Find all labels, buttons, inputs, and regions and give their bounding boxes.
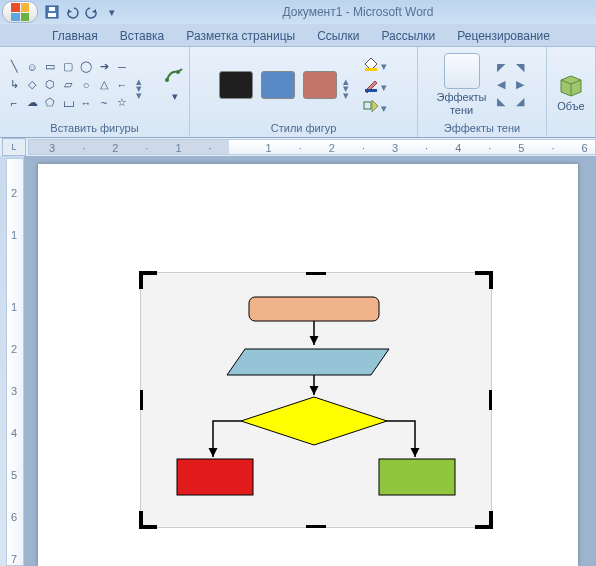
shape-rect-icon[interactable]: ▭ — [42, 59, 58, 75]
group-3d-effects: Объе — [547, 47, 596, 137]
nudge-down-right-icon[interactable]: ◢ — [516, 95, 532, 109]
bucket-icon — [363, 56, 379, 72]
shadow-effects-label: Эффекты тени — [437, 91, 487, 115]
shapes-gallery[interactable]: ╲ ☺ ▭ ▢ ◯ ➔ ─ ↳ ◇ ⬡ ▱ ○ △ ← ⌐ ☁ ⬠ ⌴ ↔ ~ — [6, 59, 130, 111]
shape-circle2-icon[interactable]: ○ — [78, 77, 94, 93]
ribbon: ╲ ☺ ▭ ▢ ◯ ➔ ─ ↳ ◇ ⬡ ▱ ○ △ ← ⌐ ☁ ⬠ ⌴ ↔ ~ — [0, 46, 596, 138]
flowchart-decision[interactable] — [241, 397, 387, 445]
edit-shape-button[interactable]: ▾ — [160, 64, 190, 105]
nudge-up-right-icon[interactable]: ◥ — [516, 61, 532, 75]
svg-rect-6 — [365, 89, 377, 92]
flowchart-diagram[interactable] — [141, 273, 493, 529]
window-title: Документ1 - Microsoft Word — [120, 5, 596, 19]
3d-effects-button[interactable]: Объе — [553, 68, 589, 114]
group-insert-shapes: ╲ ☺ ▭ ▢ ◯ ➔ ─ ↳ ◇ ⬡ ▱ ○ △ ← ⌐ ☁ ⬠ ⌴ ↔ ~ — [0, 47, 190, 137]
tab-insert[interactable]: Вставка — [112, 25, 173, 46]
shape-line2-icon[interactable]: ─ — [114, 59, 130, 75]
nudge-up-left-icon[interactable]: ◤ — [497, 61, 513, 75]
vertical-ruler[interactable]: 2112345678 — [6, 158, 24, 566]
quick-access-toolbar: ▾ — [44, 4, 120, 20]
workspace: 2112345678 — [0, 156, 596, 566]
svg-rect-2 — [49, 7, 55, 11]
svg-point-3 — [165, 78, 169, 82]
shadow-nudge: ◤ ◥ ◀ ▶ ◣ ◢ — [497, 61, 532, 109]
shape-smiley-icon[interactable]: ☺ — [24, 59, 40, 75]
group-label-styles: Стили фигур — [196, 120, 411, 137]
cube-icon — [557, 70, 585, 98]
group-label-shapes: Вставить фигуры — [6, 120, 183, 137]
change-shape-button[interactable]: ▾ — [363, 97, 389, 115]
group-shadow-effects: Эффекты тени ◤ ◥ ◀ ▶ ◣ ◢ Эффекты тени — [418, 47, 547, 137]
shape-line-icon[interactable]: ╲ — [6, 59, 22, 75]
shape-arr2-icon[interactable]: ← — [114, 77, 130, 93]
tab-review[interactable]: Рецензирование — [449, 25, 558, 46]
svg-rect-5 — [365, 68, 377, 71]
pen-icon — [363, 77, 379, 93]
undo-icon[interactable] — [64, 4, 80, 20]
tab-mailings[interactable]: Рассылки — [373, 25, 443, 46]
nudge-left-icon[interactable]: ◀ — [497, 78, 513, 92]
chevron-down-icon: ▾ — [172, 90, 178, 103]
edit-shape-icon — [164, 66, 186, 88]
drawing-canvas[interactable] — [140, 272, 492, 528]
shape-connector-icon[interactable]: ↳ — [6, 77, 22, 93]
horizontal-ruler[interactable]: 3·2·1·1·2·3·4·5·6·7 — [28, 139, 596, 155]
flowchart-start[interactable] — [249, 297, 379, 321]
office-logo-icon — [11, 3, 29, 21]
ruler-bar: L 3·2·1·1·2·3·4·5·6·7 — [0, 138, 596, 156]
shape-arrow-icon[interactable]: ➔ — [96, 59, 112, 75]
chevron-down-icon: ▾ — [381, 81, 389, 89]
shape-cloud-icon[interactable]: ☁ — [24, 95, 40, 111]
3d-label: Объе — [557, 100, 584, 112]
shape-roundrect-icon[interactable]: ▢ — [60, 59, 76, 75]
shape-fill-button[interactable]: ▾ — [363, 55, 389, 73]
shape-curve-icon[interactable]: ~ — [96, 95, 112, 111]
shape-star-icon[interactable]: ☆ — [114, 95, 130, 111]
shape-penta-icon[interactable]: ⬠ — [42, 95, 58, 111]
shadow-preview-icon — [444, 53, 480, 89]
flowchart-process-right[interactable] — [379, 459, 455, 495]
office-button[interactable] — [2, 1, 38, 23]
flowchart-arrow[interactable] — [213, 421, 241, 457]
flowchart-process-left[interactable] — [177, 459, 253, 495]
style-swatch-3[interactable] — [303, 71, 337, 99]
shape-diamond-icon[interactable]: ◇ — [24, 77, 40, 93]
svg-rect-1 — [48, 13, 56, 17]
style-swatch-1[interactable] — [219, 71, 253, 99]
shape-para-icon[interactable]: ▱ — [60, 77, 76, 93]
tab-home[interactable]: Главная — [44, 25, 106, 46]
tab-page-layout[interactable]: Разметка страницы — [178, 25, 303, 46]
chevron-down-icon: ▾ — [381, 102, 389, 110]
shapes-scroll[interactable]: ▴▾▾ — [136, 75, 146, 95]
document-area[interactable] — [24, 156, 596, 566]
flowchart-arrow[interactable] — [387, 421, 415, 457]
save-icon[interactable] — [44, 4, 60, 20]
group-label-effects: Эффекты тени — [424, 120, 540, 137]
shape-arrow3-icon[interactable]: ↔ — [78, 95, 94, 111]
tab-references[interactable]: Ссылки — [309, 25, 367, 46]
shape-cyl-icon[interactable]: ⌴ — [60, 95, 76, 111]
qat-dropdown-icon[interactable]: ▾ — [104, 4, 120, 20]
nudge-right-icon[interactable]: ▶ — [516, 78, 532, 92]
shape-tri-icon[interactable]: △ — [96, 77, 112, 93]
ruler-corner[interactable]: L — [2, 138, 26, 156]
chevron-down-icon: ▾ — [381, 60, 389, 68]
shape-elbow-icon[interactable]: ⌐ — [6, 95, 22, 111]
style-gallery[interactable] — [219, 71, 337, 99]
styles-scroll[interactable]: ▴▾▾ — [343, 75, 353, 95]
shadow-effects-button[interactable]: Эффекты тени — [433, 51, 491, 117]
ribbon-tabs: Главная Вставка Разметка страницы Ссылки… — [0, 24, 596, 46]
shape-hex-icon[interactable]: ⬡ — [42, 77, 58, 93]
group-shape-styles: ▴▾▾ ▾ ▾ ▾ Стили фигур — [190, 47, 418, 137]
nudge-down-left-icon[interactable]: ◣ — [497, 95, 513, 109]
page[interactable] — [38, 164, 578, 566]
style-swatch-2[interactable] — [261, 71, 295, 99]
morph-icon — [363, 98, 379, 114]
title-bar: ▾ Документ1 - Microsoft Word — [0, 0, 596, 24]
svg-rect-7 — [364, 102, 371, 109]
shape-ellipse-icon[interactable]: ◯ — [78, 59, 94, 75]
shape-outline-button[interactable]: ▾ — [363, 76, 389, 94]
svg-point-4 — [176, 70, 180, 74]
redo-icon[interactable] — [84, 4, 100, 20]
flowchart-io[interactable] — [227, 349, 389, 375]
